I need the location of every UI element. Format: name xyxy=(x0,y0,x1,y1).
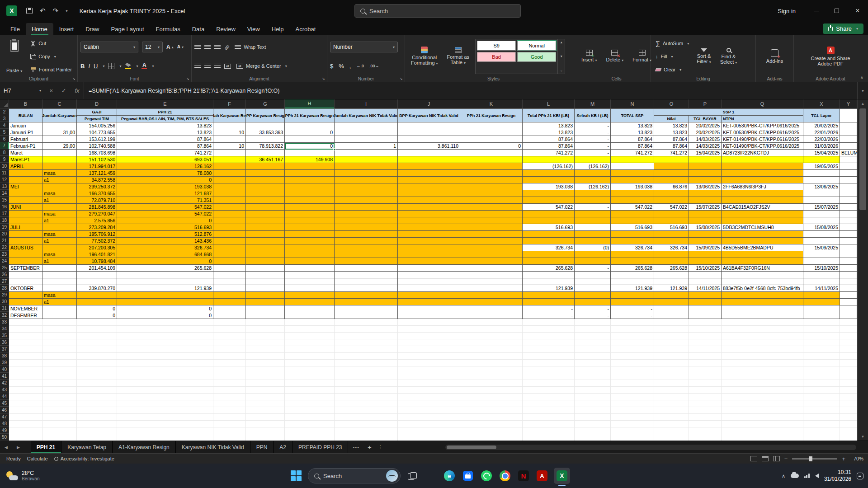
menu-tab-file[interactable]: File xyxy=(5,23,26,35)
cell-G6[interactable] xyxy=(246,136,285,143)
cell-J41[interactable] xyxy=(398,373,460,380)
cell-C48[interactable] xyxy=(42,421,77,427)
cell-I4[interactable] xyxy=(335,122,398,129)
cell-M39[interactable] xyxy=(575,360,611,366)
cell-D6[interactable]: 153.612.199 xyxy=(77,136,117,143)
cell-N44[interactable] xyxy=(611,394,654,400)
cell-M19[interactable]: - xyxy=(575,224,611,231)
cell-P46[interactable] xyxy=(689,407,722,414)
cell-N11[interactable] xyxy=(611,170,654,177)
fill-button[interactable]: ↓Fill▾ xyxy=(654,52,691,61)
cell-M40[interactable] xyxy=(575,366,611,373)
cell-K9[interactable] xyxy=(460,156,523,163)
sheet-tab-pph-21[interactable]: PPH 21 xyxy=(31,441,61,453)
cell-L27[interactable] xyxy=(523,278,575,285)
row-header-13[interactable]: 13 xyxy=(0,183,9,190)
cell-H45[interactable] xyxy=(285,400,335,407)
cell-H31[interactable] xyxy=(285,305,335,312)
cancel-icon[interactable]: × xyxy=(49,87,53,94)
cell-N18[interactable] xyxy=(611,217,654,224)
cell-F11[interactable] xyxy=(213,170,246,177)
cell-F47[interactable] xyxy=(213,414,246,421)
cell-D47[interactable] xyxy=(77,414,117,421)
indent-icon[interactable]: ⇄ xyxy=(224,64,231,69)
cell-M35[interactable] xyxy=(575,333,611,339)
cell-L49[interactable] xyxy=(523,427,575,434)
cell-P14[interactable] xyxy=(689,190,722,197)
cell-M24[interactable] xyxy=(575,258,611,265)
cell-G36[interactable] xyxy=(246,339,285,346)
cell-K30[interactable] xyxy=(460,299,523,305)
cell-Y33[interactable] xyxy=(840,319,857,326)
cell-K41[interactable] xyxy=(460,373,523,380)
cell-L37[interactable] xyxy=(523,346,575,353)
cell-I16[interactable] xyxy=(335,204,398,211)
cell-P24[interactable] xyxy=(689,258,722,265)
cell-H49[interactable] xyxy=(285,427,335,434)
column-header-F[interactable]: F xyxy=(213,99,246,108)
cell-N31[interactable]: - xyxy=(611,305,654,312)
cell-F50[interactable] xyxy=(213,434,246,441)
cell-I41[interactable] xyxy=(335,373,398,380)
cell-M9[interactable] xyxy=(575,156,611,163)
row-header-3[interactable]: 3 xyxy=(0,115,9,122)
header-ntpn[interactable]: NTPN xyxy=(722,116,803,122)
cell-C23[interactable]: masa xyxy=(42,251,77,258)
cell-F31[interactable] xyxy=(213,305,246,312)
cell-D37[interactable] xyxy=(77,346,117,353)
cell-M37[interactable] xyxy=(575,346,611,353)
cell-O4[interactable]: 13.823 xyxy=(654,122,689,129)
cell-P26[interactable] xyxy=(689,272,722,278)
cell-Q49[interactable] xyxy=(722,427,803,434)
cell-H9[interactable]: 149.908 xyxy=(285,156,335,163)
cell-C37[interactable] xyxy=(42,346,77,353)
taskbar-app-edge[interactable]: e xyxy=(443,469,456,483)
cell-K34[interactable] xyxy=(460,326,523,333)
cell-M13[interactable]: (126.162) xyxy=(575,183,611,190)
font-size-select[interactable]: 12▾ xyxy=(142,42,163,52)
cell-C35[interactable] xyxy=(42,333,77,339)
cell-M7[interactable]: - xyxy=(575,143,611,150)
cell-L20[interactable] xyxy=(523,231,575,238)
cell-F33[interactable] xyxy=(213,319,246,326)
bold-button[interactable]: B xyxy=(80,63,85,70)
column-header-B[interactable]: B xyxy=(9,99,42,108)
collapse-ribbon-icon[interactable]: ∧ xyxy=(860,75,863,80)
cell-F10[interactable] xyxy=(213,163,246,170)
cell-X9[interactable] xyxy=(803,156,840,163)
row-header-40[interactable]: 40 xyxy=(0,366,9,373)
cell-N21[interactable] xyxy=(611,238,654,244)
cell-G4[interactable] xyxy=(246,122,285,129)
header-jumlah-karyawan-resign[interactable]: Jumlah Karyawan Resign xyxy=(213,109,246,122)
cell-C42[interactable] xyxy=(42,380,77,387)
cell-K14[interactable] xyxy=(460,190,523,197)
cell-Q50[interactable] xyxy=(722,434,803,441)
cell-L7[interactable]: 87.864 xyxy=(523,143,575,150)
menu-tab-view[interactable]: View xyxy=(241,23,266,35)
cell-style-good[interactable]: Good xyxy=(517,52,556,62)
cell-Y29[interactable] xyxy=(840,292,857,299)
cell-Y23[interactable] xyxy=(840,251,857,258)
cell-H40[interactable] xyxy=(285,366,335,373)
cell-M33[interactable] xyxy=(575,319,611,326)
cell-H39[interactable] xyxy=(285,360,335,366)
cell-X39[interactable] xyxy=(803,360,840,366)
cell-N19[interactable]: 516.693 xyxy=(611,224,654,231)
cell-M43[interactable] xyxy=(575,387,611,394)
cell-Q42[interactable] xyxy=(722,380,803,387)
cell-M22[interactable]: (0) xyxy=(575,244,611,251)
row-header-29[interactable]: 29 xyxy=(0,291,9,298)
cell-N25[interactable]: 265.628 xyxy=(611,265,654,272)
cell-I36[interactable] xyxy=(335,339,398,346)
cell-E18[interactable]: 0 xyxy=(117,217,213,224)
cell-P23[interactable] xyxy=(689,251,722,258)
cell-J6[interactable] xyxy=(398,136,460,143)
cell-Q33[interactable] xyxy=(722,319,803,326)
cell-X36[interactable] xyxy=(803,339,840,346)
cell-I23[interactable] xyxy=(335,251,398,258)
cell-C38[interactable] xyxy=(42,353,77,360)
row-header-15[interactable]: 15 xyxy=(0,197,9,203)
cell-E24[interactable]: 0 xyxy=(117,258,213,265)
cell-style-bad[interactable]: Bad xyxy=(477,52,516,62)
cell-N46[interactable] xyxy=(611,407,654,414)
